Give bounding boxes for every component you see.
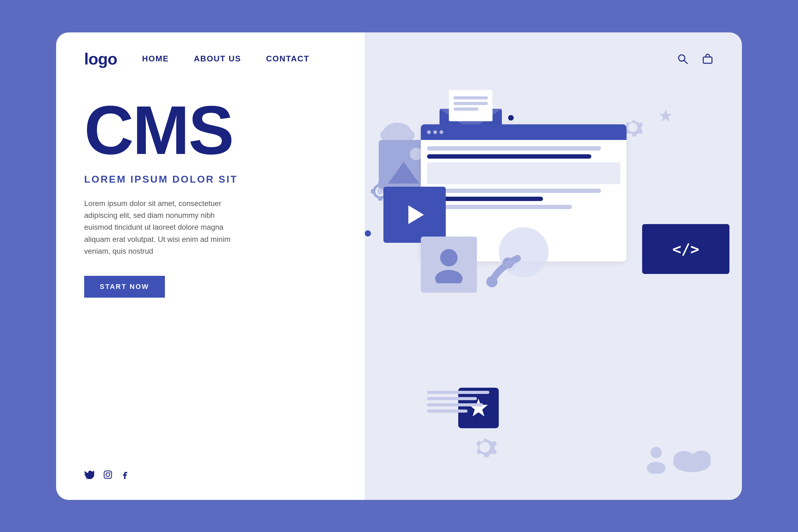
video-card bbox=[383, 187, 446, 243]
main-card: logo HOME ABOUT US CONTACT bbox=[56, 33, 742, 500]
nav-item-contact[interactable]: CONTACT bbox=[266, 54, 309, 63]
deco-line bbox=[427, 403, 483, 406]
svg-point-37 bbox=[673, 451, 695, 469]
twitter-icon[interactable] bbox=[84, 470, 94, 481]
bag-icon[interactable] bbox=[701, 53, 714, 65]
svg-point-4 bbox=[106, 473, 110, 476]
code-tag-text: </> bbox=[672, 240, 700, 258]
svg-point-34 bbox=[650, 447, 662, 458]
hero-subtitle: LOREM IPSUM DOLOR SIT bbox=[84, 174, 337, 185]
nav-left: logo HOME ABOUT US CONTACT bbox=[84, 50, 309, 68]
user-card bbox=[421, 236, 477, 293]
main-content: CMS LOREM IPSUM DOLOR SIT Lorem ipsum do… bbox=[56, 81, 742, 500]
start-now-button[interactable]: START NOW bbox=[84, 276, 165, 298]
svg-rect-24 bbox=[378, 197, 382, 201]
deco-line bbox=[427, 410, 468, 413]
svg-rect-2 bbox=[703, 57, 712, 63]
browser-dot-1 bbox=[427, 130, 431, 134]
robot-icon bbox=[483, 212, 546, 289]
nav-link-about[interactable]: ABOUT US bbox=[194, 54, 241, 63]
gear-icon-bottom bbox=[471, 433, 499, 462]
illustration-container: ★ bbox=[365, 81, 742, 500]
right-panel: ★ bbox=[365, 81, 742, 500]
nav-link-contact[interactable]: CONTACT bbox=[266, 54, 309, 63]
nav-item-about[interactable]: ABOUT US bbox=[194, 54, 241, 63]
svg-line-1 bbox=[684, 60, 687, 63]
hero-description: Lorem ipsum dolor sit amet, consectetuer… bbox=[84, 197, 240, 258]
svg-point-5 bbox=[110, 472, 111, 473]
deco-line bbox=[427, 391, 489, 394]
logo[interactable]: logo bbox=[84, 50, 117, 68]
svg-point-22 bbox=[377, 188, 383, 194]
svg-rect-11 bbox=[454, 108, 478, 111]
cloud-icon-bottom bbox=[667, 446, 717, 475]
svg-rect-3 bbox=[104, 471, 112, 478]
nav-item-home[interactable]: HOME bbox=[142, 54, 169, 63]
play-button-icon bbox=[408, 205, 424, 224]
browser-dot-3 bbox=[439, 130, 443, 134]
nav-right bbox=[677, 53, 714, 65]
nav-link-home[interactable]: HOME bbox=[142, 54, 169, 63]
svg-rect-25 bbox=[371, 189, 375, 193]
cms-title: CMS bbox=[84, 99, 337, 161]
svg-rect-10 bbox=[454, 102, 488, 105]
browser-toolbar bbox=[421, 125, 627, 140]
left-panel: CMS LOREM IPSUM DOLOR SIT Lorem ipsum do… bbox=[56, 81, 365, 500]
heart-icon: ♡ bbox=[505, 258, 517, 274]
facebook-icon[interactable] bbox=[121, 470, 129, 481]
code-block: </> bbox=[642, 224, 729, 274]
small-dot bbox=[365, 230, 371, 236]
browser-line bbox=[427, 154, 591, 159]
svg-point-33 bbox=[486, 276, 497, 287]
svg-point-27 bbox=[440, 249, 458, 266]
svg-rect-9 bbox=[454, 96, 488, 99]
person-icon bbox=[645, 446, 667, 475]
browser-input bbox=[427, 163, 620, 184]
dot-decoration bbox=[508, 115, 514, 120]
svg-rect-8 bbox=[449, 90, 493, 121]
browser-line bbox=[427, 189, 601, 193]
browser-body bbox=[421, 140, 627, 219]
svg-point-28 bbox=[435, 270, 462, 283]
browser-line bbox=[427, 205, 572, 209]
svg-point-20 bbox=[410, 148, 422, 160]
deco-line bbox=[427, 397, 477, 400]
social-icons bbox=[84, 470, 129, 481]
svg-point-38 bbox=[692, 451, 711, 466]
lines-group bbox=[427, 391, 489, 416]
browser-dot-2 bbox=[433, 130, 437, 134]
star-icon: ★ bbox=[658, 106, 673, 126]
svg-rect-23 bbox=[378, 182, 382, 186]
search-icon[interactable] bbox=[677, 53, 689, 65]
instagram-icon[interactable] bbox=[103, 470, 112, 481]
nav-links: HOME ABOUT US CONTACT bbox=[142, 54, 309, 63]
navbar: logo HOME ABOUT US CONTACT bbox=[56, 33, 742, 81]
svg-point-35 bbox=[647, 462, 666, 474]
browser-line bbox=[427, 146, 601, 151]
